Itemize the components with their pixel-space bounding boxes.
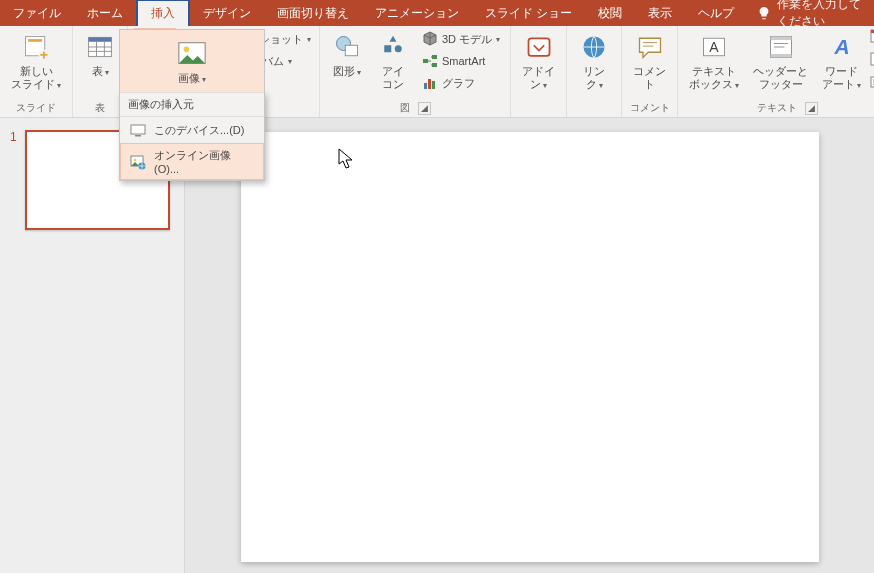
slide-canvas-area[interactable] <box>185 118 874 573</box>
addins-label: アドイ ン <box>522 65 555 90</box>
tab-home[interactable]: ホーム <box>74 0 136 26</box>
3d-models-label: 3D モデル <box>442 32 492 47</box>
textbox-icon: A <box>698 31 730 63</box>
svg-rect-25 <box>770 37 791 41</box>
smartart-label: SmartArt <box>442 55 485 67</box>
tab-help[interactable]: ヘルプ <box>685 0 747 26</box>
svg-rect-36 <box>135 135 141 137</box>
smartart-button[interactable]: SmartArt <box>418 50 504 72</box>
addins-icon <box>523 31 555 63</box>
tell-me[interactable]: 作業を入力してください <box>747 0 874 26</box>
shapes-icon <box>331 31 363 63</box>
pictures-button-in-menu[interactable]: 画像 <box>171 35 213 88</box>
tab-transitions[interactable]: 画面切り替え <box>264 0 362 26</box>
table-label: 表 <box>92 65 109 78</box>
new-slide-icon <box>20 31 52 63</box>
addins-button[interactable]: アドイ ン <box>517 28 560 93</box>
header-footer-icon <box>765 31 797 63</box>
chart-button[interactable]: グラフ <box>418 72 504 94</box>
group-slides: 新しい スライド スライド <box>0 26 73 117</box>
menu-online-images[interactable]: オンライン画像(O)... <box>120 143 264 180</box>
slide-thumbnails-panel[interactable]: 1 <box>0 118 185 573</box>
tab-animations[interactable]: アニメーション <box>362 0 472 26</box>
tab-insert[interactable]: 挿入 <box>136 0 190 26</box>
icons-label: アイ コン <box>382 65 404 90</box>
tab-view[interactable]: 表示 <box>635 0 685 26</box>
svg-point-41 <box>184 46 190 52</box>
svg-text:A: A <box>833 35 849 58</box>
date-time-icon[interactable] <box>870 28 874 50</box>
lightbulb-icon <box>757 6 771 20</box>
online-image-icon <box>130 154 146 170</box>
menu-online-label: オンライン画像(O)... <box>154 148 254 175</box>
group-text-label: テキスト◢ <box>757 101 818 117</box>
svg-rect-17 <box>424 83 427 89</box>
table-button[interactable]: 表 <box>79 28 121 81</box>
group-tables-label: 表 <box>95 101 105 117</box>
chevron-down-icon: ▾ <box>307 35 311 44</box>
slide-number: 1 <box>10 130 17 230</box>
link-label: リン ク <box>583 65 605 90</box>
slide-number-icon[interactable]: # <box>870 51 874 73</box>
group-comments-label: コメント <box>630 101 670 117</box>
menu-header: 画像の挿入元 <box>120 93 264 117</box>
object-icon[interactable] <box>870 74 874 96</box>
tab-slideshow[interactable]: スライド ショー <box>472 0 585 26</box>
smartart-icon <box>422 53 438 69</box>
menu-this-device[interactable]: このデバイス...(D) <box>120 117 264 143</box>
dialog-launcher-icon[interactable]: ◢ <box>418 102 431 115</box>
comment-label: コメン ト <box>633 65 666 90</box>
svg-rect-20 <box>528 38 549 56</box>
shapes-label: 図形 <box>333 65 361 78</box>
comment-icon <box>634 31 666 63</box>
tab-design[interactable]: デザイン <box>190 0 264 26</box>
svg-rect-35 <box>131 125 145 134</box>
group-links: リン ク <box>567 26 622 117</box>
workspace: 1 <box>0 118 874 573</box>
dialog-launcher-icon[interactable]: ◢ <box>805 102 818 115</box>
tab-file[interactable]: ファイル <box>0 0 74 26</box>
group-text: A テキスト ボックス ヘッダーと フッター A ワード アート # <box>678 26 874 117</box>
svg-rect-13 <box>345 45 357 56</box>
group-comments: コメン ト コメント <box>622 26 678 117</box>
svg-rect-14 <box>423 59 428 63</box>
icons-icon <box>377 31 409 63</box>
tab-strip: ファイル ホーム 挿入 デザイン 画面切り替え アニメーション スライド ショー… <box>0 0 874 26</box>
group-slides-label: スライド <box>16 101 56 117</box>
tab-review[interactable]: 校閲 <box>585 0 635 26</box>
svg-rect-16 <box>432 63 437 67</box>
chart-label: グラフ <box>442 76 475 91</box>
link-icon <box>578 31 610 63</box>
svg-rect-15 <box>432 55 437 59</box>
textbox-label: テキスト ボックス <box>689 65 739 90</box>
cube-icon <box>422 31 438 47</box>
header-footer-button[interactable]: ヘッダーと フッター <box>748 28 813 93</box>
svg-rect-1 <box>28 39 42 42</box>
textbox-button[interactable]: A テキスト ボックス <box>684 28 744 93</box>
comment-button[interactable]: コメン ト <box>628 28 671 93</box>
table-icon <box>84 31 116 63</box>
group-illustrations: 図形 アイ コン 3D モデル ▾ <box>320 26 511 117</box>
link-button[interactable]: リン ク <box>573 28 615 93</box>
group-illust-label: 図◢ <box>400 101 431 117</box>
svg-point-38 <box>134 158 137 161</box>
svg-rect-4 <box>89 37 112 41</box>
chevron-down-icon: ▾ <box>288 57 292 66</box>
svg-rect-26 <box>770 54 791 58</box>
svg-rect-18 <box>428 79 431 89</box>
pictures-dropdown-menu-top: 画像 <box>119 29 265 93</box>
wordart-button[interactable]: A ワード アート <box>817 28 866 93</box>
wordart-label: ワード アート <box>822 65 861 90</box>
icons-button[interactable]: アイ コン <box>372 28 414 93</box>
slide[interactable] <box>241 132 819 562</box>
3d-models-button[interactable]: 3D モデル ▾ <box>418 28 504 50</box>
shapes-button[interactable]: 図形 <box>326 28 368 81</box>
device-icon <box>130 122 146 138</box>
group-addins: アドイ ン <box>511 26 567 117</box>
tell-me-text: 作業を入力してください <box>777 0 864 30</box>
pictures-label-in-menu: 画像 <box>178 72 206 85</box>
header-footer-label: ヘッダーと フッター <box>753 65 808 90</box>
wordart-icon: A <box>826 31 858 63</box>
svg-rect-19 <box>432 81 435 89</box>
new-slide-button[interactable]: 新しい スライド <box>6 28 66 93</box>
